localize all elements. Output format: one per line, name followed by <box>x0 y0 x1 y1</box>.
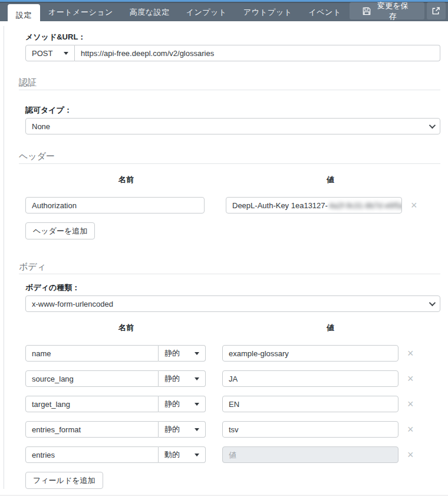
close-icon: × <box>411 199 417 211</box>
external-link-icon <box>431 6 440 15</box>
auth-type-select-value: None <box>32 122 424 131</box>
body-type-label: ボディの種類： <box>25 283 436 293</box>
remove-field-button[interactable]: × <box>406 424 415 435</box>
body-field-row: 動的 × <box>25 446 436 463</box>
body-value-column-header: 値 <box>242 323 419 333</box>
body-field-mode-select[interactable]: 静的 <box>159 396 206 412</box>
close-icon: × <box>407 423 414 435</box>
tab-automation[interactable]: オートメーション <box>40 2 121 23</box>
headers-name-column-header: 名前 <box>25 175 227 185</box>
header-name-input[interactable] <box>25 197 205 213</box>
auth-type-select[interactable]: None <box>25 118 440 134</box>
body-field-value-input[interactable] <box>222 370 398 387</box>
header-value-visible-text: DeepL-Auth-Key 1ea13127- <box>232 201 328 210</box>
body-field-value-input[interactable] <box>222 421 398 438</box>
tab-events[interactable]: イベント <box>301 2 350 23</box>
close-icon: × <box>407 449 414 461</box>
method-url-label: メソッド&URL： <box>25 32 436 42</box>
body-field-name-group: 静的 <box>25 370 206 387</box>
body-field-mode-value: 静的 <box>164 373 189 384</box>
tab-list: 設定 オートメーション 高度な設定 インプット アウトプット イベント 変更を保… <box>0 0 448 26</box>
body-field-name-group: 動的 <box>25 446 206 463</box>
body-type-select[interactable]: x-www-form-urlencoded <box>25 295 440 312</box>
body-name-column-header: 名前 <box>25 323 227 333</box>
body-field-name-input[interactable] <box>25 345 159 362</box>
body-field-mode-value: 静的 <box>164 424 189 435</box>
tab-input[interactable]: インプット <box>178 2 235 23</box>
tab-output[interactable]: アウトプット <box>235 2 301 23</box>
body-field-row: 静的 × <box>25 396 436 412</box>
auth-section-heading: 認証 <box>19 77 436 88</box>
toolbar-actions: 変更を保存 <box>350 0 448 19</box>
body-field-name-input[interactable] <box>25 421 159 438</box>
body-field-row: 静的 × <box>25 345 436 362</box>
close-icon: × <box>407 347 414 359</box>
header-row: DeepL-Auth-Key 1ea13127- 4a2f-9c31-8b7d … <box>25 197 436 213</box>
caret-down-icon <box>64 52 68 55</box>
body-section-heading: ボディ <box>19 261 436 272</box>
body-field-name-input[interactable] <box>25 370 159 387</box>
open-external-button[interactable] <box>427 2 446 19</box>
close-icon: × <box>407 398 414 410</box>
body-column-headers: 名前 値 <box>25 323 436 333</box>
tab-settings[interactable]: 設定 <box>8 4 40 27</box>
add-field-button[interactable]: フィールドを追加 <box>25 472 103 489</box>
body-field-mode-value: 静的 <box>164 399 189 409</box>
caret-down-icon <box>195 403 199 406</box>
remove-field-button[interactable]: × <box>406 348 415 359</box>
add-header-button[interactable]: ヘッダーを追加 <box>25 222 95 239</box>
tab-advanced-settings[interactable]: 高度な設定 <box>121 2 178 23</box>
header-value-redacted-text: 4a2f-9c31-8b7d e6f5a2c1b <box>329 201 402 210</box>
caret-down-icon <box>195 454 199 456</box>
settings-panel: メソッド&URL： POST 認証 認可タイプ： None ヘッダー 名前 値 <box>4 26 448 489</box>
body-field-name-input[interactable] <box>25 446 159 463</box>
caret-down-icon <box>195 352 199 355</box>
remove-header-button[interactable]: × <box>410 200 419 211</box>
body-field-mode-select[interactable]: 静的 <box>159 345 206 362</box>
body-field-mode-value: 静的 <box>164 348 189 359</box>
headers-value-column-header: 値 <box>242 175 419 185</box>
close-icon: × <box>407 373 414 385</box>
caret-down-icon <box>195 377 199 380</box>
chevron-down-icon <box>429 122 436 129</box>
body-field-mode-select[interactable]: 動的 <box>159 446 206 463</box>
tab-bar: 設定 オートメーション 高度な設定 インプット アウトプット イベント 変更を保… <box>0 0 448 26</box>
save-changes-label: 変更を保存 <box>374 1 411 22</box>
headers-section-heading: ヘッダー <box>19 150 436 162</box>
method-url-group: POST <box>25 45 440 61</box>
caret-down-icon <box>195 428 199 431</box>
body-field-row: 静的 × <box>25 421 436 438</box>
save-changes-button[interactable]: 変更を保存 <box>350 2 424 19</box>
section-divider <box>19 163 440 164</box>
body-field-name-input[interactable] <box>25 396 159 412</box>
body-field-value-input-disabled <box>222 446 398 463</box>
method-select[interactable]: POST <box>25 45 75 61</box>
body-field-value-input[interactable] <box>222 345 398 362</box>
body-field-mode-select[interactable]: 静的 <box>159 370 206 387</box>
section-divider <box>19 90 440 90</box>
auth-type-label: 認可タイプ： <box>25 106 436 115</box>
floppy-disk-icon <box>363 7 371 15</box>
section-divider <box>19 274 440 274</box>
body-field-name-group: 静的 <box>25 421 206 438</box>
remove-field-button[interactable]: × <box>406 399 415 409</box>
method-select-value: POST <box>32 49 58 58</box>
body-field-name-group: 静的 <box>25 345 206 362</box>
body-field-row: 静的 × <box>25 370 436 387</box>
headers-column-headers: 名前 値 <box>25 175 436 185</box>
url-input[interactable] <box>75 45 440 61</box>
body-field-mode-select[interactable]: 静的 <box>159 421 206 438</box>
chevron-down-icon <box>429 300 436 306</box>
body-field-mode-value: 動的 <box>164 449 189 460</box>
body-field-name-group: 静的 <box>25 396 206 412</box>
body-type-select-value: x-www-form-urlencoded <box>32 300 424 308</box>
webhook-settings-page: 設定 オートメーション 高度な設定 インプット アウトプット イベント 変更を保… <box>0 0 448 496</box>
remove-field-button[interactable]: × <box>406 449 415 460</box>
body-field-value-input[interactable] <box>222 396 398 412</box>
header-value-input[interactable]: DeepL-Auth-Key 1ea13127- 4a2f-9c31-8b7d … <box>226 197 402 213</box>
remove-field-button[interactable]: × <box>406 373 415 384</box>
